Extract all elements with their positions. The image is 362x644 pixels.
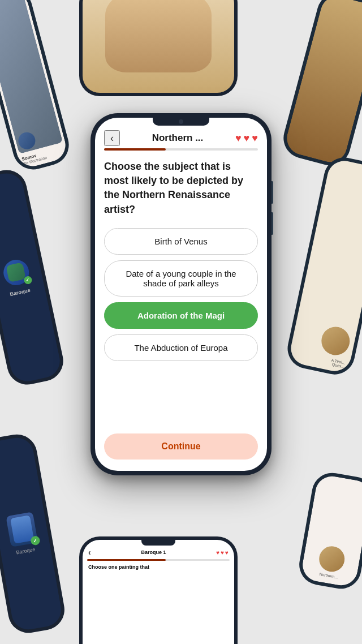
heart-3: ♥	[252, 132, 258, 144]
bottom-phone-title: Baroque 1	[141, 549, 166, 555]
bottom-phone-hearts: ♥ ♥ ♥	[216, 549, 229, 556]
question-text: Choose the subject that is most likely t…	[104, 160, 258, 217]
background-phone-top-right	[279, 0, 362, 170]
continue-area: Continue	[95, 427, 267, 471]
volume-button	[272, 181, 273, 204]
left-phone-label: Baroque	[10, 287, 31, 297]
answer-option-d[interactable]: The Abduction of Europa	[104, 334, 258, 361]
bottom-heart-1: ♥	[216, 549, 219, 556]
background-phone-top-left: Somov the Illustration	[0, 0, 74, 174]
background-phone-bottom-left: ✓ Baroque	[0, 431, 68, 636]
main-phone: ‹ Northern ... ♥ ♥ ♥ Choose the subject …	[90, 113, 272, 475]
bottom-heart-2: ♥	[221, 549, 224, 556]
question-area: Choose the subject that is most likely t…	[95, 151, 267, 427]
quiz-title: Northern ...	[152, 132, 204, 144]
bottom-heart-3: ♥	[225, 549, 229, 556]
background-phone-top-center	[79, 0, 238, 96]
answer-options: Birth of Venus Date of a young couple in…	[104, 228, 258, 361]
quiz-header: ‹ Northern ... ♥ ♥ ♥	[95, 126, 267, 148]
br-label: Northern...	[319, 572, 338, 579]
answer-option-b[interactable]: Date of a young couple in the shade of p…	[104, 260, 258, 297]
power-button	[272, 212, 273, 235]
camera-dot	[179, 119, 183, 124]
background-phone-left: ✓ Baroque	[0, 166, 67, 388]
background-phone-bottom: ‹ Baroque 1 ♥ ♥ ♥ Choose one painting th…	[79, 536, 238, 644]
back-button[interactable]: ‹	[104, 130, 120, 146]
bottom-phone-back: ‹	[88, 548, 91, 557]
right-phone-label: A Tirel... Ques...	[330, 358, 346, 369]
bottom-phone-question: Choose one painting that	[83, 561, 234, 574]
answer-option-c[interactable]: Adoration of the Magi	[104, 302, 258, 329]
phone-notch	[153, 118, 209, 126]
heart-1: ♥	[235, 132, 242, 144]
lives-indicator: ♥ ♥ ♥	[235, 132, 258, 144]
background-phone-right: A Tirel... Ques...	[284, 154, 362, 379]
answer-option-a[interactable]: Birth of Venus	[104, 228, 258, 255]
continue-button[interactable]: Continue	[104, 433, 258, 460]
heart-2: ♥	[244, 132, 250, 144]
background-phone-bottom-right: Northern...	[296, 470, 362, 592]
